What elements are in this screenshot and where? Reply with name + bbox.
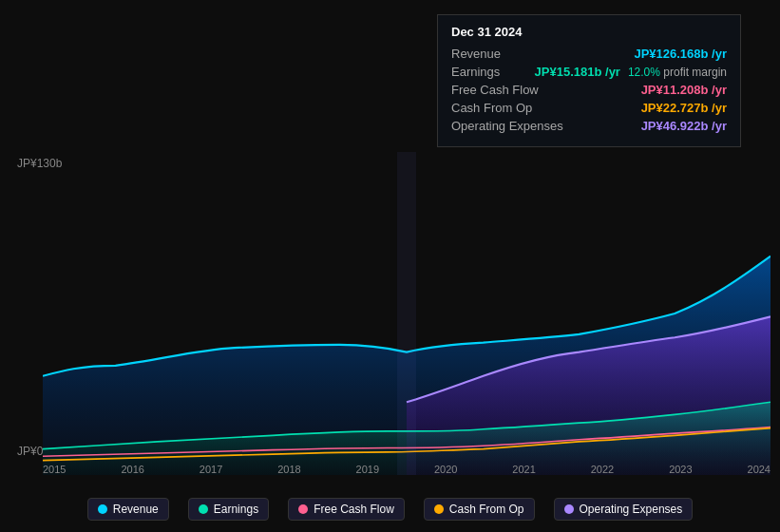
tooltip-label-cashfromop: Cash From Op — [451, 101, 532, 115]
tooltip-value-opex: JP¥46.922b /yr — [641, 119, 727, 133]
tooltip-row-opex: Operating Expenses JP¥46.922b /yr — [451, 119, 727, 133]
tooltip-label-fcf: Free Cash Flow — [451, 83, 539, 97]
legend-item-opex[interactable]: Operating Expenses — [554, 498, 694, 521]
legend-item-fcf[interactable]: Free Cash Flow — [288, 498, 405, 521]
tooltip-row-revenue: Revenue JP¥126.168b /yr — [451, 47, 727, 61]
tooltip-value-earnings: JP¥15.181b /yr — [535, 65, 620, 79]
x-label-2018: 2018 — [277, 464, 300, 475]
tooltip-value-fcf: JP¥11.208b /yr — [641, 83, 727, 97]
x-label-2020: 2020 — [434, 464, 457, 475]
tooltip-value-cashfromop: JP¥22.727b /yr — [641, 101, 727, 115]
legend: Revenue Earnings Free Cash Flow Cash Fro… — [0, 498, 780, 521]
x-label-2021: 2021 — [512, 464, 535, 475]
tooltip-row-fcf: Free Cash Flow JP¥11.208b /yr — [451, 83, 727, 97]
chart-svg — [43, 152, 770, 475]
tooltip-box: Dec 31 2024 Revenue JP¥126.168b /yr Earn… — [437, 14, 741, 147]
legend-label-revenue: Revenue — [113, 503, 159, 516]
legend-dot-cashfromop — [434, 504, 444, 514]
tooltip-label-opex: Operating Expenses — [451, 119, 563, 133]
legend-item-cashfromop[interactable]: Cash From Op — [424, 498, 535, 521]
legend-label-cashfromop: Cash From Op — [449, 503, 524, 516]
x-label-2024: 2024 — [748, 464, 770, 475]
legend-dot-earnings — [199, 504, 208, 514]
tooltip-row-cashfromop: Cash From Op JP¥22.727b /yr — [451, 101, 727, 115]
tooltip-profit-margin: 12.0% profit margin — [628, 66, 727, 79]
highlight-region — [397, 152, 416, 475]
x-label-2022: 2022 — [591, 464, 614, 475]
x-axis: 2015 2016 2017 2018 2019 2020 2021 2022 … — [43, 464, 770, 475]
legend-item-earnings[interactable]: Earnings — [188, 498, 269, 521]
legend-dot-opex — [564, 504, 574, 514]
legend-dot-fcf — [298, 504, 308, 514]
x-label-2023: 2023 — [669, 464, 692, 475]
tooltip-date: Dec 31 2024 — [451, 25, 727, 39]
tooltip-label-revenue: Revenue — [451, 47, 501, 61]
x-label-2019: 2019 — [356, 464, 379, 475]
chart-container: Dec 31 2024 Revenue JP¥126.168b /yr Earn… — [0, 0, 780, 532]
tooltip-row-earnings: Earnings JP¥15.181b /yr 12.0% profit mar… — [451, 65, 727, 79]
tooltip-label-earnings: Earnings — [451, 65, 500, 79]
chart-area — [43, 152, 770, 475]
y-axis-bottom: JP¥0 — [17, 445, 43, 458]
x-label-2016: 2016 — [121, 464, 143, 475]
legend-label-fcf: Free Cash Flow — [314, 503, 394, 516]
tooltip-value-revenue: JP¥126.168b /yr — [634, 47, 727, 61]
x-label-2017: 2017 — [200, 464, 222, 475]
legend-item-revenue[interactable]: Revenue — [87, 498, 169, 521]
legend-dot-revenue — [98, 504, 107, 514]
x-label-2015: 2015 — [43, 464, 66, 475]
legend-label-opex: Operating Expenses — [580, 503, 683, 516]
legend-label-earnings: Earnings — [214, 503, 258, 516]
